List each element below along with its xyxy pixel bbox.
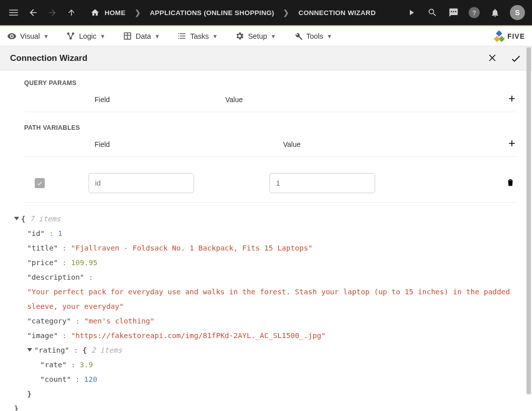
menu-icon[interactable] — [7, 8, 20, 18]
search-icon[interactable] — [426, 7, 438, 19]
gear-icon — [235, 31, 244, 41]
menu-tools[interactable]: Tools▼ — [293, 31, 332, 41]
row-checkbox[interactable] — [26, 178, 53, 188]
chevron-down-icon: ▼ — [212, 33, 218, 39]
menubar: Visual▼ Logic▼ Data▼ Tasks▼ Setup▼ Tools… — [0, 26, 532, 46]
path-var-value-input[interactable] — [270, 173, 375, 193]
breadcrumb-applications[interactable]: APPLICATIONS (ONLINE SHOPPING) — [150, 9, 274, 17]
up-button[interactable] — [65, 7, 77, 19]
add-query-param-button[interactable] — [507, 94, 517, 106]
page-header: Connection Wizard — [0, 46, 532, 70]
path-var-field-input[interactable] — [88, 173, 194, 193]
brand-logo — [494, 31, 504, 41]
chevron-down-icon: ▼ — [327, 33, 332, 39]
menu-logic[interactable]: Logic▼ — [66, 31, 106, 41]
back-button[interactable] — [27, 7, 39, 19]
breadcrumb-home[interactable]: HOME — [91, 8, 126, 17]
collapse-toggle[interactable] — [27, 348, 32, 352]
brand: FIVE — [494, 31, 525, 41]
chevron-down-icon: ▼ — [154, 33, 160, 39]
eye-icon — [7, 31, 17, 41]
chevron-right-icon: ❯ — [283, 9, 289, 17]
play-button[interactable] — [405, 7, 417, 19]
home-icon — [91, 8, 100, 17]
page-header-actions — [487, 52, 522, 64]
json-response-viewer: { 7 items "id" : 1 "title" : "Fjallraven… — [14, 212, 517, 411]
check-icon[interactable] — [510, 52, 522, 64]
breadcrumb-label: APPLICATIONS (ONLINE SHOPPING) — [150, 9, 274, 17]
avatar[interactable]: S — [510, 5, 525, 20]
breadcrumb: HOME ❯ APPLICATIONS (ONLINE SHOPPING) ❯ … — [91, 8, 376, 17]
close-icon[interactable] — [487, 52, 498, 63]
tasks-icon — [177, 31, 187, 41]
breadcrumb-label: HOME — [105, 9, 126, 17]
page-title: Connection Wizard — [10, 53, 87, 63]
menu-data[interactable]: Data▼ — [123, 31, 160, 41]
query-params-header: Field Value — [24, 94, 517, 112]
topbar: HOME ❯ APPLICATIONS (ONLINE SHOPPING) ❯ … — [0, 0, 532, 26]
topbar-right: ? S — [405, 5, 525, 20]
column-value: Value — [225, 96, 243, 104]
add-path-var-button[interactable] — [507, 138, 517, 150]
menu-visual[interactable]: Visual▼ — [7, 31, 49, 41]
help-icon[interactable]: ? — [469, 7, 480, 18]
path-var-row — [24, 169, 517, 203]
breadcrumb-label: CONNECTION WIZARD — [299, 9, 376, 17]
column-value: Value — [283, 140, 301, 148]
scrollbar[interactable] — [526, 47, 531, 394]
breadcrumb-wizard[interactable]: CONNECTION WIZARD — [299, 9, 376, 17]
content: QUERY PARAMS Field Value PATH VARIABLES … — [0, 70, 532, 411]
chevron-right-icon: ❯ — [135, 9, 141, 17]
topbar-left: HOME ❯ APPLICATIONS (ONLINE SHOPPING) ❯ … — [7, 7, 376, 19]
path-vars-header: Field Value — [24, 138, 517, 157]
chevron-down-icon: ▼ — [271, 33, 276, 39]
column-field: Field — [95, 96, 110, 104]
menu-setup[interactable]: Setup▼ — [235, 31, 276, 41]
chevron-down-icon: ▼ — [100, 33, 106, 39]
path-vars-label: PATH VARIABLES — [24, 124, 517, 131]
chat-icon[interactable] — [448, 7, 460, 19]
delete-row-button[interactable] — [506, 177, 515, 189]
forward-button — [46, 7, 58, 19]
logic-icon — [66, 31, 75, 41]
query-params-label: QUERY PARAMS — [24, 79, 517, 87]
table-icon — [123, 31, 132, 41]
tools-icon — [293, 31, 303, 41]
column-field: Field — [95, 140, 110, 148]
chevron-down-icon: ▼ — [43, 33, 49, 39]
collapse-toggle[interactable] — [14, 217, 19, 220]
bell-icon[interactable] — [489, 7, 501, 19]
menu-tasks[interactable]: Tasks▼ — [177, 31, 218, 41]
